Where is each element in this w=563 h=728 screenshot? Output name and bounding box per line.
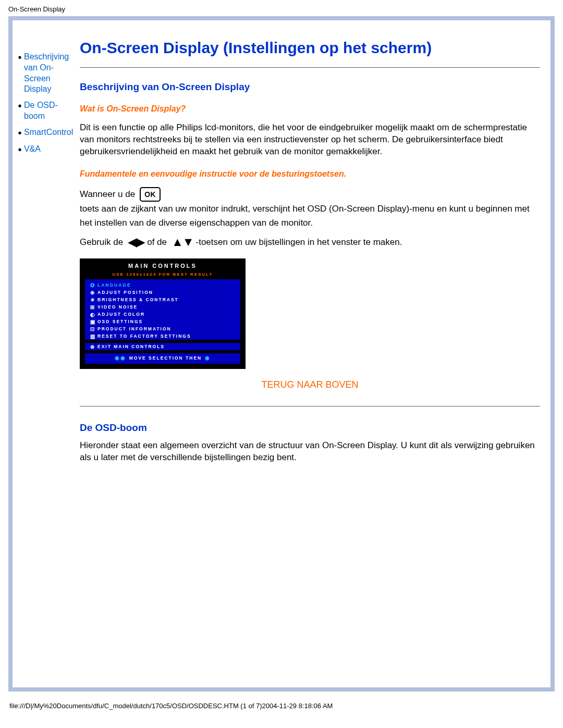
move-icon-right: ◉ xyxy=(205,355,211,361)
header-title: On-Screen Display xyxy=(0,0,563,16)
brightness-icon: ☀ xyxy=(88,297,97,303)
reset-icon: ▥ xyxy=(88,334,97,339)
sidebar-item-osd-boom[interactable]: • De OSD-boom xyxy=(16,100,76,122)
position-icon: ⊕ xyxy=(88,290,97,295)
osd-item-label: VIDEO NOISE xyxy=(97,304,138,310)
sidebar-item-smartcontrol[interactable]: • SmartControl xyxy=(16,127,76,139)
osd-item-brightness: ☀ BRIGHTNESS & CONTRAST xyxy=(88,296,237,303)
page-title: On-Screen Display (Instellingen op het s… xyxy=(80,39,540,57)
sidebar-item-label: De OSD-boom xyxy=(24,100,76,122)
paragraph-instruction-1: Wanneer u de OK toets aan de zijkant van… xyxy=(80,187,540,230)
exit-icon: ⊗ xyxy=(88,344,97,350)
osd-item-product-info: ⊡ PRODUCT INFORMATION xyxy=(88,325,237,332)
sidebar-item-label: Beschrijving van On-Screen Display xyxy=(24,52,76,95)
main-content: On-Screen Display (Instellingen op het s… xyxy=(76,20,550,486)
bullet-icon: • xyxy=(16,100,24,112)
osd-item-label: LANGUAGE xyxy=(97,282,131,288)
outer-frame: • Beschrijving van On-Screen Display • D… xyxy=(8,16,555,692)
inner-paper: • Beschrijving van On-Screen Display • D… xyxy=(13,20,550,687)
osd-item-label: RESET TO FACTORY SETTINGS xyxy=(97,334,191,339)
osd-screenshot: MAIN CONTROLS USE 1280x1024 FOR BEST RES… xyxy=(80,258,246,369)
bullet-icon: • xyxy=(16,127,24,139)
text-b: toets aan de zijkant van uw monitor indr… xyxy=(80,202,538,230)
bullet-icon: • xyxy=(16,52,24,63)
divider xyxy=(80,406,540,406)
bullet-icon: • xyxy=(16,144,24,155)
color-icon: ◐ xyxy=(88,312,97,317)
osd-item-position: ⊕ ADJUST POSITION xyxy=(88,289,237,296)
info-icon: ⊡ xyxy=(88,326,97,332)
language-icon: ✪ xyxy=(88,282,97,288)
paragraph-instruction-2: Gebruik de ◀▶ of de ▲▼ -toetsen om uw bi… xyxy=(80,235,540,249)
move-icon-left: ◉◉ xyxy=(115,355,126,361)
osd-item-label: EXIT MAIN CONTROLS xyxy=(97,344,165,349)
osd-item-reset: ▥ RESET TO FACTORY SETTINGS xyxy=(88,332,237,340)
sidebar-item-va[interactable]: • V&A xyxy=(16,144,76,155)
text-d: of de xyxy=(147,235,167,249)
footer-file-path: file:///D|/My%20Documents/dfu/C_model/du… xyxy=(0,692,563,720)
text-c: Gebruik de xyxy=(80,235,123,249)
sidebar: • Beschrijving van On-Screen Display • D… xyxy=(13,20,76,161)
settings-icon: ▣ xyxy=(88,319,97,325)
osd-item-label: ADJUST POSITION xyxy=(97,290,153,295)
subheading-fundamentele: Fundamentele en eenvoudige instructie vo… xyxy=(80,169,540,179)
section-heading-beschrijving: Beschrijving van On-Screen Display xyxy=(80,81,540,93)
text-e: -toetsen om uw bijstellingen in het vens… xyxy=(196,235,402,249)
osd-item-language: ✪ LANGUAGE xyxy=(88,281,237,289)
osd-subtitle: USE 1280x1024 FOR BEST RESULT xyxy=(85,272,240,277)
divider xyxy=(80,67,540,68)
osd-item-exit: ⊗ EXIT MAIN CONTROLS xyxy=(88,343,237,350)
sidebar-item-label: V&A xyxy=(24,144,41,155)
video-noise-icon: ⊞ xyxy=(88,304,97,310)
osd-footer-label: MOVE SELECTION THEN xyxy=(129,355,202,361)
paragraph-osd-boom: Hieronder staat een algemeen overzicht v… xyxy=(80,440,540,464)
sidebar-item-label: SmartControl xyxy=(24,127,73,138)
paragraph-intro: Dit is een functie op alle Philips lcd-m… xyxy=(80,122,540,158)
osd-item-label: ADJUST COLOR xyxy=(97,312,145,317)
text-a: Wanneer u de xyxy=(80,187,135,201)
osd-menu: ✪ LANGUAGE ⊕ ADJUST POSITION ☀ BRIGHTNES… xyxy=(85,279,240,364)
osd-item-video-noise: ⊞ VIDEO NOISE xyxy=(88,303,237,311)
subheading-wat-is: Wat is On-Screen Display? xyxy=(80,104,540,114)
back-to-top-link[interactable]: TERUG NAAR BOVEN xyxy=(80,379,540,390)
ok-button-icon: OK xyxy=(140,187,161,202)
osd-title: MAIN CONTROLS xyxy=(85,263,240,269)
osd-item-label: BRIGHTNESS & CONTRAST xyxy=(97,297,179,302)
arrows-vertical-icon: ▲▼ xyxy=(172,236,194,248)
section-heading-osd-boom: De OSD-boom xyxy=(80,422,540,434)
sidebar-item-beschrijving[interactable]: • Beschrijving van On-Screen Display xyxy=(16,52,76,95)
osd-item-settings: ▣ OSD SETTINGS xyxy=(88,318,237,325)
osd-footer: ◉◉ MOVE SELECTION THEN ◉ xyxy=(88,353,237,362)
osd-item-label: OSD SETTINGS xyxy=(97,319,143,324)
osd-item-label: PRODUCT INFORMATION xyxy=(97,326,172,331)
osd-item-color: ◐ ADJUST COLOR xyxy=(88,311,237,318)
arrows-horizontal-icon: ◀▶ xyxy=(128,236,145,248)
